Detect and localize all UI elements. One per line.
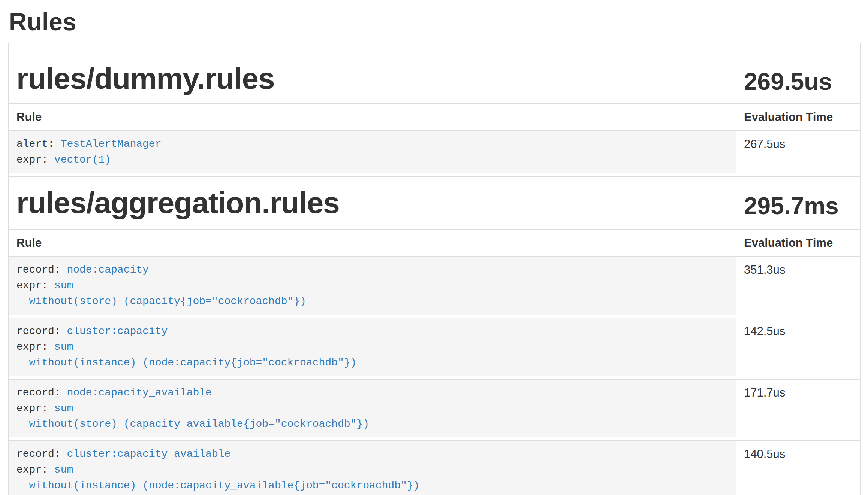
rule-row: record: cluster:capacity expr: sum witho… (9, 318, 860, 379)
group-header-row: rules/aggregation.rules 295.7ms (9, 176, 860, 230)
rule-code: record: node:capacity expr: sum without(… (9, 257, 736, 315)
group-header-row: rules/dummy.rules 269.5us (9, 43, 860, 104)
rule-keyword: expr: (16, 154, 54, 165)
rule-cell: record: cluster:capacity_available expr:… (9, 441, 736, 495)
group-name: rules/dummy.rules (16, 62, 274, 95)
rule-expression-link[interactable]: sum without(instance) (node:capacity{job… (16, 341, 356, 368)
rule-keyword: record: (16, 325, 67, 337)
group-name-cell: rules/dummy.rules (9, 43, 736, 104)
rule-code: record: cluster:capacity expr: sum witho… (9, 318, 736, 376)
rule-code: alert: TestAlertManager expr: vector(1) (9, 131, 736, 173)
rule-expression-link[interactable]: TestAlertManager (61, 138, 162, 150)
rule-code: record: cluster:capacity_available expr:… (9, 441, 736, 495)
column-header-rule: Rule (9, 230, 736, 256)
column-header-evaluation-time: Evaluation Time (736, 230, 860, 256)
rule-expression-link[interactable]: node:capacity (67, 264, 148, 276)
group-evaluation-time: 269.5us (744, 68, 832, 95)
rule-evaluation-time: 351.3us (736, 256, 860, 318)
rule-expression-link[interactable]: cluster:capacity_available (67, 448, 230, 460)
rule-evaluation-time: 140.5us (736, 441, 860, 495)
group-name-cell: rules/aggregation.rules (9, 176, 736, 230)
rule-expression-link[interactable]: sum without(store) (capacity_available{j… (16, 403, 369, 430)
page-title: Rules (8, 8, 860, 35)
rule-keyword: record: (16, 264, 67, 276)
rule-expression-link[interactable]: node:capacity_available (67, 387, 211, 398)
rule-keyword: expr: (16, 280, 54, 291)
column-header-row: Rule Evaluation Time (9, 104, 860, 131)
rule-cell: record: node:capacity expr: sum without(… (9, 256, 736, 318)
rules-table: rules/dummy.rules 269.5us Rule Evaluatio… (8, 43, 861, 495)
rule-row: alert: TestAlertManager expr: vector(1) … (9, 131, 860, 176)
column-header-row: Rule Evaluation Time (9, 230, 860, 256)
rules-table-body: rules/dummy.rules 269.5us Rule Evaluatio… (9, 43, 860, 495)
rule-keyword: expr: (16, 464, 54, 476)
group-time-cell: 269.5us (736, 43, 860, 104)
rule-keyword: alert: (16, 138, 61, 150)
column-header-rule: Rule (9, 104, 736, 131)
rule-keyword: record: (16, 448, 67, 460)
group-evaluation-time: 295.7ms (744, 192, 839, 219)
rule-keyword: expr: (16, 341, 54, 353)
rule-cell: alert: TestAlertManager expr: vector(1) (9, 131, 736, 176)
rule-expression-link[interactable]: sum without(store) (capacity{job="cockro… (16, 280, 306, 307)
rule-expression-link[interactable]: sum without(instance) (node:capacity_ava… (16, 464, 419, 491)
group-name: rules/aggregation.rules (16, 186, 340, 219)
rule-cell: record: cluster:capacity expr: sum witho… (9, 318, 736, 379)
rule-evaluation-time: 142.5us (736, 318, 860, 379)
rule-expression-link[interactable]: vector(1) (54, 154, 111, 165)
rule-row: record: node:capacity_available expr: su… (9, 379, 860, 441)
rule-row: record: node:capacity expr: sum without(… (9, 256, 860, 318)
rule-cell: record: node:capacity_available expr: su… (9, 379, 736, 441)
rule-expression-link[interactable]: cluster:capacity (67, 325, 168, 337)
rule-evaluation-time: 267.5us (736, 131, 860, 176)
rule-row: record: cluster:capacity_available expr:… (9, 441, 860, 495)
group-time-cell: 295.7ms (736, 176, 860, 230)
rule-keyword: record: (16, 387, 67, 398)
rule-evaluation-time: 171.7us (736, 379, 860, 441)
rule-keyword: expr: (16, 403, 54, 414)
rule-code: record: node:capacity_available expr: su… (9, 380, 736, 437)
column-header-evaluation-time: Evaluation Time (736, 104, 860, 131)
